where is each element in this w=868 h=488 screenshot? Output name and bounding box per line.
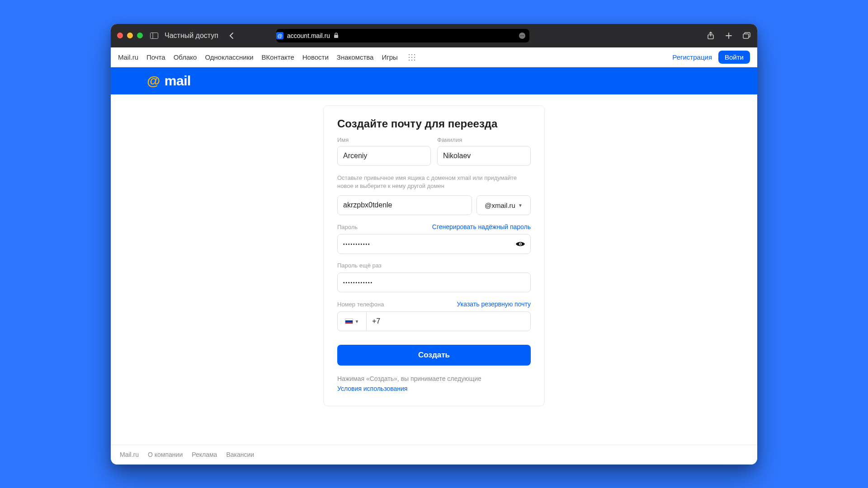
footer-link[interactable]: О компании [148, 451, 183, 458]
last-name-input[interactable] [437, 146, 531, 166]
svg-rect-2 [334, 35, 338, 38]
footer-link[interactable]: Реклама [192, 451, 217, 458]
password2-input[interactable]: •••••••••••• [337, 272, 531, 292]
svg-point-11 [520, 244, 521, 245]
svg-point-5 [522, 35, 523, 36]
phone-country-select[interactable]: ▼ [337, 311, 366, 331]
phone-label: Номер телефона [337, 301, 384, 308]
domain-select[interactable]: @xmail.ru ▼ [476, 195, 531, 215]
password-input[interactable]: ••••••••••• [337, 234, 531, 254]
traffic-lights [117, 33, 143, 38]
email-username-input[interactable] [337, 195, 472, 215]
fullscreen-icon[interactable] [137, 33, 143, 38]
site-favicon-icon: @ [276, 32, 283, 39]
close-icon[interactable] [117, 33, 123, 38]
tos-text: Нажимая «Создать», вы принимаете следующ… [337, 375, 481, 382]
logo-text: mail [165, 73, 191, 89]
last-name-label: Фамилия [437, 136, 531, 143]
top-nav-link[interactable]: Новости [302, 53, 329, 61]
generate-password-link[interactable]: Сгенерировать надёжный пароль [432, 223, 531, 230]
top-nav-links: Mail.ru Почта Облако Одноклассники ВКонт… [118, 53, 415, 61]
back-icon[interactable] [227, 32, 236, 40]
chevron-down-icon: ▼ [355, 319, 359, 324]
apps-grid-icon[interactable] [408, 53, 415, 61]
chevron-down-icon: ▼ [518, 203, 523, 208]
lock-icon [334, 33, 339, 38]
svg-point-6 [523, 35, 524, 36]
logo[interactable]: @ mail [147, 73, 191, 89]
first-name-label: Имя [337, 136, 431, 143]
signup-card: Создайте почту для переезда Имя Фамилия … [323, 105, 545, 407]
eye-icon[interactable] [515, 240, 525, 248]
login-button[interactable]: Войти [718, 51, 750, 64]
minimize-icon[interactable] [127, 33, 133, 38]
backup-email-link[interactable]: Указать резервную почту [457, 300, 531, 308]
top-nav-link[interactable]: Mail.ru [118, 53, 138, 61]
private-mode-label: Частный доступ [165, 32, 218, 40]
page-title: Создайте почту для переезда [337, 117, 531, 130]
tos-link[interactable]: Условия использования [337, 385, 531, 394]
password2-label: Пароль ещё раз [337, 262, 382, 269]
tabs-overview-icon[interactable] [743, 32, 751, 40]
top-nav-link[interactable]: Знакомства [337, 53, 374, 61]
domain-value: @xmail.ru [485, 202, 515, 209]
register-link[interactable]: Регистрация [672, 53, 712, 61]
footer-link[interactable]: Вакансии [226, 451, 254, 458]
first-name-input[interactable] [337, 146, 431, 166]
top-nav-link[interactable]: Почта [146, 53, 165, 61]
svg-rect-0 [151, 33, 158, 38]
footer-link[interactable]: Mail.ru [120, 451, 139, 458]
new-tab-icon[interactable] [725, 32, 733, 40]
top-nav-link[interactable]: Игры [382, 53, 397, 61]
password-label: Пароль [337, 224, 358, 230]
top-nav-link[interactable]: Одноклассники [205, 53, 253, 61]
titlebar: Частный доступ @ account.mail.ru [111, 24, 757, 47]
email-hint: Оставьте привычное имя ящика с доменом x… [337, 174, 531, 191]
url-text: account.mail.ru [287, 32, 330, 39]
top-nav-link[interactable]: ВКонтакте [262, 53, 294, 61]
content: Создайте почту для переезда Имя Фамилия … [111, 94, 757, 445]
share-icon[interactable] [707, 32, 715, 40]
footer: Mail.ru О компании Реклама Вакансии [111, 445, 757, 465]
logo-at-icon: @ [147, 73, 160, 89]
brand-bar: @ mail [111, 67, 757, 94]
flag-russia-icon [345, 319, 353, 324]
sidebar-toggle-icon[interactable] [150, 32, 158, 40]
phone-input[interactable] [366, 311, 531, 331]
svg-rect-9 [743, 34, 749, 38]
top-nav-link[interactable]: Облако [174, 53, 197, 61]
reader-icon[interactable] [519, 32, 526, 39]
top-nav: Mail.ru Почта Облако Одноклассники ВКонт… [111, 47, 757, 67]
svg-point-4 [520, 35, 521, 36]
submit-button[interactable]: Создать [337, 345, 531, 366]
address-bar[interactable]: @ account.mail.ru [276, 29, 529, 42]
tos-block: Нажимая «Создать», вы принимаете следующ… [337, 375, 531, 393]
browser-window: Частный доступ @ account.mail.ru [111, 24, 757, 465]
